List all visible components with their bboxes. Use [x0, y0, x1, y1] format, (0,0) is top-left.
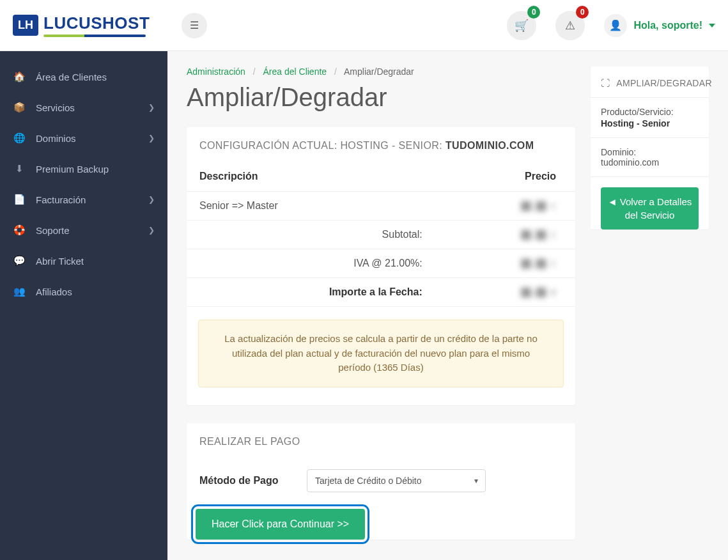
arrow-left-icon: ◄	[608, 196, 620, 207]
sidebar-item-abrir-ticket[interactable]: 💬 Abrir Ticket	[0, 245, 167, 276]
brand-logo[interactable]: LH LUCUSHOST	[13, 13, 150, 37]
breadcrumb-current: Ampliar/Degradar	[344, 66, 414, 77]
sidebar-item-area-clientes[interactable]: 🏠 Área de Clientes	[0, 61, 167, 92]
tax-label: IVA @ 21.00%:	[187, 249, 435, 278]
price-table: Descripción Precio Senior => Master ██,█…	[187, 162, 575, 307]
payment-method-label: Método de Pago	[199, 475, 289, 486]
tax-row: IVA @ 21.00%: ██,██ €	[187, 249, 575, 278]
payment-method-select[interactable]: Tarjeta de Crédito o Débito	[307, 469, 486, 492]
subtotal-value: ██,██ €	[521, 230, 556, 240]
users-icon: 👥	[13, 286, 26, 297]
box-icon: 📦	[13, 102, 26, 113]
continue-button[interactable]: Hacer Click para Continuar >>	[196, 509, 365, 540]
breadcrumb-link-admin[interactable]: Administración	[187, 66, 245, 77]
menu-icon: ☰	[190, 19, 199, 31]
sidebar-item-servicios[interactable]: 📦 Servicios ❯	[0, 92, 167, 123]
brand-badge: LH	[13, 15, 38, 36]
sidebar-item-label: Soporte	[36, 225, 70, 236]
user-menu[interactable]: 👤 Hola, soporte!	[604, 14, 715, 37]
cart-icon: 🛒	[515, 19, 529, 33]
chat-icon: 💬	[13, 255, 26, 267]
notifications-button[interactable]: ⚠ 0	[555, 11, 585, 40]
col-description: Descripción	[187, 162, 435, 192]
chevron-right-icon: ❯	[148, 195, 155, 204]
sidebar-item-premium-backup[interactable]: ⬇ Premium Backup	[0, 153, 167, 184]
breadcrumb: Administración / Área del Cliente / Ampl…	[187, 66, 575, 77]
config-panel-header: CONFIGURACIÓN ACTUAL: HOSTING - SENIOR: …	[187, 127, 575, 162]
user-greeting: Hola, soporte!	[633, 20, 702, 31]
home-icon: 🏠	[13, 71, 26, 82]
sidebar: 🏠 Área de Clientes 📦 Servicios ❯ 🌐 Domin…	[0, 51, 167, 560]
sidebar-item-label: Área de Clientes	[36, 72, 107, 82]
user-avatar: 👤	[604, 14, 627, 37]
side-product-value: Hosting - Senior	[601, 118, 699, 128]
sidebar-item-soporte[interactable]: 🛟 Soporte ❯	[0, 215, 167, 245]
sidebar-item-label: Facturación	[36, 194, 86, 205]
back-to-service-button[interactable]: ◄ Volver a Detalles del Servicio	[601, 187, 699, 229]
pricing-info-alert: La actualización de precios se calcula a…	[198, 320, 564, 387]
sidebar-item-facturacion[interactable]: 📄 Facturación ❯	[0, 184, 167, 215]
brand-name: LUCUSHOST	[43, 13, 150, 33]
cart-button[interactable]: 🛒 0	[507, 11, 536, 40]
total-label: Importe a la Fecha:	[187, 278, 435, 307]
subtotal-row: Subtotal: ██,██ €	[187, 221, 575, 249]
sidebar-item-label: Dominios	[36, 133, 76, 144]
download-icon: ⬇	[13, 163, 26, 175]
chevron-right-icon: ❯	[148, 226, 155, 235]
person-icon: 👤	[609, 19, 622, 31]
file-icon: 📄	[13, 194, 26, 205]
payment-panel: REALIZAR EL PAGO Método de Pago Tarjeta …	[187, 423, 575, 540]
chevron-right-icon: ❯	[148, 134, 155, 143]
chevron-right-icon: ❯	[148, 103, 155, 112]
total-value: ██,██ €	[521, 288, 556, 297]
row-price: ██,██ €	[521, 201, 556, 211]
brand-underline	[43, 35, 146, 37]
side-domain-block: Dominio: tudominio.com	[591, 138, 709, 177]
payment-panel-header: REALIZAR EL PAGO	[187, 423, 575, 458]
row-desc: Senior => Master	[187, 192, 435, 221]
total-row: Importe a la Fecha: ██,██ €	[187, 278, 575, 307]
col-price: Precio	[435, 162, 575, 192]
toggle-sidebar-button[interactable]: ☰	[182, 13, 207, 38]
payment-method-select-wrap: Tarjeta de Crédito o Débito ▾	[307, 469, 486, 492]
sidebar-item-label: Servicios	[36, 102, 75, 113]
side-domain-label: Dominio:	[601, 147, 636, 157]
subtotal-label: Subtotal:	[187, 221, 435, 249]
sidebar-item-label: Afiliados	[36, 286, 72, 297]
sidebar-item-label: Abrir Ticket	[36, 256, 84, 267]
sidebar-item-dominios[interactable]: 🌐 Dominios ❯	[0, 123, 167, 153]
side-product-label: Producto/Servicio:	[601, 107, 674, 117]
lifebuoy-icon: 🛟	[13, 224, 26, 236]
table-row: Senior => Master ██,██ €	[187, 192, 575, 221]
side-domain-value: tudominio.com	[601, 157, 699, 167]
chevron-down-icon	[709, 24, 715, 27]
topbar: LH LUCUSHOST ☰ 🛒 0 ⚠ 0 👤 Hola, soporte!	[0, 0, 728, 51]
expand-icon: ⛶	[601, 78, 610, 88]
cart-badge: 0	[527, 6, 540, 19]
globe-icon: 🌐	[13, 132, 26, 144]
sidebar-item-afiliados[interactable]: 👥 Afiliados	[0, 276, 167, 307]
alert-badge: 0	[576, 6, 589, 19]
side-panel-header: ⛶ AMPLIAR/DEGRADAR	[591, 66, 709, 98]
config-panel: CONFIGURACIÓN ACTUAL: HOSTING - SENIOR: …	[187, 127, 575, 405]
side-product-block: Producto/Servicio: Hosting - Senior	[591, 98, 709, 138]
page-title: Ampliar/Degradar	[187, 83, 575, 112]
warning-icon: ⚠	[565, 19, 575, 33]
side-panel: ⛶ AMPLIAR/DEGRADAR Producto/Servicio: Ho…	[591, 66, 709, 229]
breadcrumb-link-area[interactable]: Área del Cliente	[263, 66, 327, 77]
sidebar-item-label: Premium Backup	[36, 164, 109, 175]
tax-value: ██,██ €	[521, 259, 556, 268]
